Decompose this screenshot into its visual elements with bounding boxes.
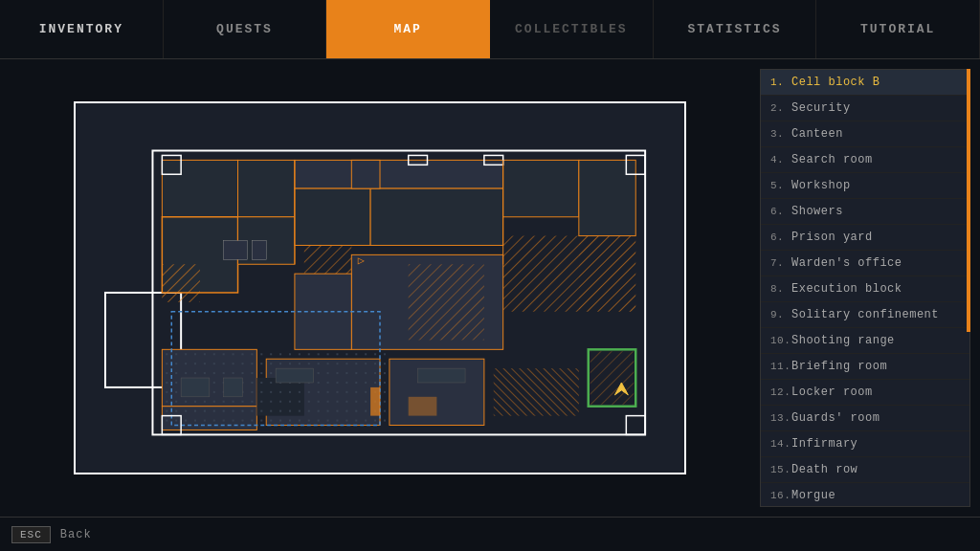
location-item-5[interactable]: 5.Workshop [761, 173, 969, 199]
location-label: Infirmary [791, 437, 858, 451]
svg-rect-19 [409, 264, 484, 340]
location-num: 2. [770, 102, 791, 114]
map-container: ▷ [74, 101, 686, 474]
location-item-6[interactable]: 6.Showers [761, 199, 969, 225]
nav-item-inventory[interactable]: INVENTORY [0, 0, 164, 58]
location-label: Briefing room [791, 360, 887, 373]
nav-item-statistics[interactable]: STATISTICS [654, 0, 817, 58]
location-item-14[interactable]: 13.Guards' room [761, 406, 969, 431]
navigation-bar: INVENTORYQUESTSMAPCOLLECTIBLESSTATISTICS… [0, 0, 980, 59]
location-item-7[interactable]: 6.Prison yard [761, 225, 969, 251]
location-item-15[interactable]: 14.Infirmary [761, 431, 969, 457]
location-num: 9. [770, 309, 791, 320]
location-label: Cell block B [791, 76, 880, 89]
location-label: Canteen [791, 127, 843, 141]
svg-rect-47 [224, 241, 248, 260]
location-num: 8. [770, 283, 791, 295]
esc-key[interactable]: ESC [11, 526, 51, 543]
svg-rect-40 [494, 368, 579, 415]
location-num: 6. [770, 231, 791, 243]
svg-rect-3 [162, 160, 237, 216]
location-label: Warden's office [791, 256, 902, 270]
location-num: 11. [770, 361, 791, 372]
location-label: Prison yard [791, 231, 873, 244]
svg-rect-46 [351, 160, 380, 188]
location-label: Security [791, 101, 851, 115]
footer: ESC Back [0, 517, 980, 551]
location-item-10[interactable]: 9.Solitary confinement [761, 302, 969, 328]
location-num: 13. [770, 412, 791, 424]
location-label: Morgue [791, 489, 835, 502]
map-svg: ▷ [76, 103, 684, 473]
location-item-17[interactable]: 16.Morgue [761, 483, 969, 507]
svg-rect-11 [295, 188, 370, 245]
location-num: 6. [770, 206, 791, 217]
location-label: Execution block [791, 282, 902, 296]
location-item-13[interactable]: 12.Locker room [761, 380, 969, 406]
svg-rect-4 [238, 160, 295, 216]
svg-rect-18 [295, 274, 351, 349]
svg-rect-29 [590, 351, 635, 404]
location-num: 14. [770, 438, 791, 450]
location-label: Guards' room [791, 411, 880, 425]
nav-item-tutorial[interactable]: TUTORIAL [816, 0, 980, 58]
svg-rect-48 [252, 241, 266, 260]
location-num: 12. [770, 386, 791, 398]
location-label: Death row [791, 463, 858, 476]
location-item-11[interactable]: 10.Shooting range [761, 328, 969, 354]
scroll-indicator [967, 69, 970, 332]
location-item-2[interactable]: 2.Security [761, 96, 969, 121]
location-item-3[interactable]: 3.Canteen [761, 121, 969, 147]
location-num: 1. [770, 77, 791, 88]
svg-rect-16 [579, 236, 635, 312]
svg-rect-8 [162, 264, 200, 302]
location-label: Showers [791, 205, 843, 218]
location-item-16[interactable]: 15.Death row [761, 457, 969, 483]
location-label: Shooting range [791, 334, 895, 347]
location-list: 1.Cell block B2.Security3.Canteen4.Searc… [760, 69, 970, 507]
location-label: Search room [791, 153, 873, 166]
location-num: 16. [770, 490, 791, 501]
main-content: ▷ 1.Cell block B2.Security3.Canteen4.Sea… [0, 59, 980, 517]
nav-item-collectibles[interactable]: COLLECTIBLES [490, 0, 654, 58]
nav-item-quests[interactable]: QUESTS [164, 0, 327, 58]
location-item-4[interactable]: 4.Search room [761, 147, 969, 173]
location-num: 3. [770, 128, 791, 140]
location-item-1[interactable]: 1.Cell block B [761, 70, 969, 96]
map-area: ▷ [10, 69, 750, 507]
svg-rect-38 [409, 397, 437, 416]
svg-rect-10 [295, 160, 503, 188]
location-num: 10. [770, 335, 791, 346]
svg-rect-44 [418, 368, 465, 383]
location-num: 15. [770, 464, 791, 475]
location-label: Workshop [791, 179, 851, 192]
svg-rect-37 [370, 387, 380, 416]
location-item-9[interactable]: 8.Execution block [761, 276, 969, 302]
location-num: 5. [770, 180, 791, 191]
location-num: 7. [770, 257, 791, 269]
svg-rect-43 [276, 368, 314, 383]
location-label: Locker room [791, 386, 873, 399]
location-num: 4. [770, 154, 791, 165]
location-list-wrapper: 1.Cell block B2.Security3.Canteen4.Searc… [760, 69, 970, 507]
svg-rect-15 [503, 236, 579, 312]
back-label: Back [60, 528, 92, 541]
svg-rect-13 [503, 160, 579, 216]
svg-rect-14 [579, 160, 635, 235]
location-item-12[interactable]: 11.Briefing room [761, 354, 969, 380]
location-item-8[interactable]: 7.Warden's office [761, 251, 969, 276]
location-label: Solitary confinement [791, 308, 939, 321]
svg-rect-12 [370, 188, 503, 245]
svg-rect-42 [224, 378, 243, 397]
svg-text:▷: ▷ [358, 254, 366, 268]
svg-rect-41 [181, 378, 210, 397]
nav-item-map[interactable]: MAP [326, 0, 490, 58]
